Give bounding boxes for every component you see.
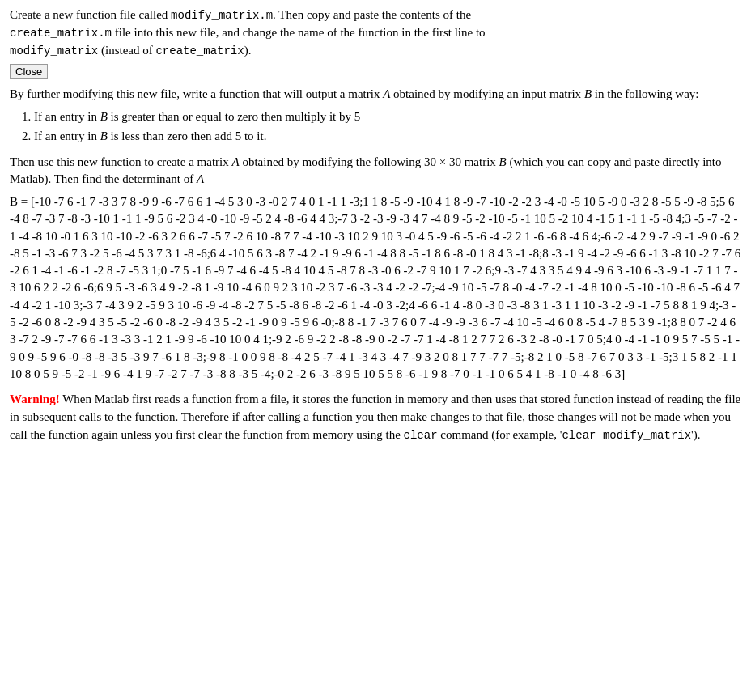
intro-text-5: ).: [244, 44, 252, 57]
var-a-3: A: [197, 172, 204, 185]
var-b-1: B: [584, 87, 592, 100]
var-a-1: A: [383, 87, 390, 100]
warning-code-2: clear modify_matrix: [562, 429, 691, 442]
list-item-2: If an entry in B is less than zero then …: [34, 128, 741, 146]
warning-text-3: ').: [691, 428, 700, 441]
warning-paragraph: Warning! When Matlab first reads a funct…: [10, 391, 741, 443]
matrix-content: B = [-10 -7 6 -1 7 -3 3 7 8 -9 9 -6 -7 6…: [10, 193, 741, 383]
then-text-1: Then use this new function to create a m…: [10, 155, 232, 168]
desc-text-2: obtained by modifying an input matrix: [390, 87, 584, 100]
intro-code-3: modify_matrix: [10, 45, 98, 57]
intro-paragraph: Create a new function file called modify…: [10, 6, 741, 59]
page-content: Create a new function file called modify…: [10, 6, 741, 444]
desc-text-1: By further modifying this new file, writ…: [10, 87, 383, 100]
var-b-2: B: [499, 155, 507, 168]
then-text-2: obtained by modifying the following 30 ×…: [240, 155, 499, 168]
intro-code-2: create_matrix.m: [10, 27, 112, 40]
intro-text-1: Create a new function file called: [10, 8, 171, 21]
intro-code-4: create_matrix: [155, 45, 244, 57]
intro-code-1: modify_matrix.m: [171, 9, 273, 22]
list-item-1: If an entry in B is greater than or equa…: [34, 108, 741, 126]
intro-text-3: file into this new file, and change the …: [112, 26, 486, 39]
desc-text-3: in the following way:: [592, 87, 698, 100]
intro-text-2: . Then copy and paste the contents of th…: [273, 8, 471, 21]
matrix-data: B = [-10 -7 6 -1 7 -3 3 7 8 -9 9 -6 -7 6…: [10, 193, 741, 383]
then-paragraph: Then use this new function to create a m…: [10, 154, 741, 189]
var-a-2: A: [232, 155, 240, 168]
description-paragraph: By further modifying this new file, writ…: [10, 86, 741, 104]
conditions-list: If an entry in B is greater than or equa…: [34, 108, 741, 146]
close-button[interactable]: Close: [10, 64, 48, 79]
intro-text-4: (instead of: [98, 44, 155, 57]
warning-text-2: command (for example, ': [438, 428, 562, 441]
warning-code-1: clear: [404, 429, 438, 442]
warning-bold-label: Warning!: [10, 392, 60, 405]
